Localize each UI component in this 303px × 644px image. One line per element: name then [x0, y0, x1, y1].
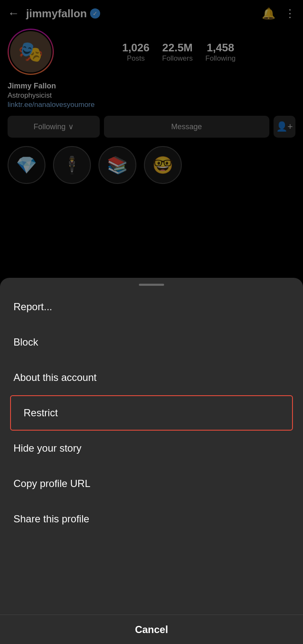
sheet-handle-row	[0, 278, 303, 289]
copy-url-label: Copy profile URL	[13, 478, 90, 490]
menu-item-copy-url[interactable]: Copy profile URL	[0, 466, 303, 501]
block-label: Block	[13, 336, 38, 348]
menu-item-block[interactable]: Block	[0, 325, 303, 360]
menu-item-restrict[interactable]: Restrict	[10, 395, 293, 431]
hide-story-label: Hide your story	[13, 442, 81, 454]
cancel-label: Cancel	[135, 624, 168, 636]
report-label: Report...	[13, 301, 52, 313]
share-label: Share this profile	[13, 513, 89, 525]
restrict-label: Restrict	[24, 407, 58, 419]
menu-item-about[interactable]: About this account	[0, 360, 303, 395]
bottom-sheet: Report... Block About this account Restr…	[0, 278, 303, 644]
menu-item-hide-story[interactable]: Hide your story	[0, 431, 303, 466]
dim-overlay	[0, 0, 303, 295]
menu-item-report[interactable]: Report...	[0, 289, 303, 325]
cancel-bar[interactable]: Cancel	[0, 615, 303, 644]
menu-item-share[interactable]: Share this profile	[0, 501, 303, 537]
sheet-handle	[139, 284, 164, 286]
about-label: About this account	[13, 372, 96, 383]
